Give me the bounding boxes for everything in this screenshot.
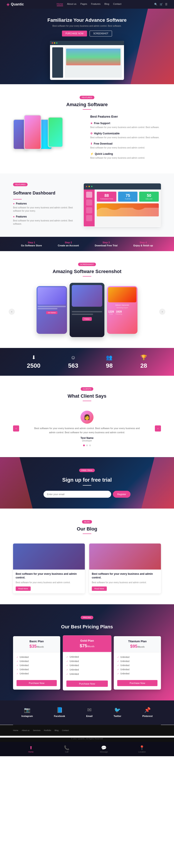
dash-feat-desc-1: Best software for your every business an… [13, 206, 77, 213]
search-icon[interactable]: 🔍 [154, 3, 157, 6]
footer-col-5: 📌 Pinterest [142, 707, 152, 718]
footer-link-services[interactable]: Services [33, 729, 41, 732]
carousel-badge: SCREENSHOT [78, 262, 96, 266]
dash-sidebar [84, 189, 95, 226]
footer-pinterest-icon: 📌 [142, 707, 152, 713]
blog-post-title-1: Best software for your every business an… [16, 572, 82, 580]
pricing-header-gold: Gold Plan $75/Month [63, 635, 111, 652]
cart-icon[interactable]: 🛒 [160, 3, 163, 6]
purchase-button[interactable]: PURCHASE NOW [62, 31, 87, 36]
hero-buttons: PURCHASE NOW SCREENSHOT [62, 31, 112, 36]
footer-link-about[interactable]: About us [22, 729, 30, 732]
pricing-feat-basic-1: ✓Unlimited [17, 656, 57, 658]
pricing-btn-gold[interactable]: Purchase Now [66, 680, 108, 687]
pricing-feat-basic-4: ✓Unlimited [17, 668, 57, 671]
pricing-section: PRICING Our Best Pricing Plans Basic Pla… [0, 604, 174, 701]
footer-nav-home[interactable]: ⬆ Home [28, 745, 33, 753]
logo-text: Quantic [11, 2, 24, 6]
blog-card-2: Best software for your every business an… [89, 544, 161, 593]
footer-col-title-5: Pinterest [142, 715, 152, 717]
feature-desc-2: Best software for your every business an… [90, 136, 161, 139]
stat-num-2: 563 [68, 362, 78, 369]
feature-title-4: ⚡ Quick Loading [90, 152, 161, 155]
carousel-next[interactable]: › [159, 309, 165, 315]
phone-mockups [13, 115, 84, 158]
pricing-badge: PRICING [81, 616, 93, 619]
screenshot-bar [50, 41, 124, 45]
blog-excerpt-1: Best software for your every business an… [16, 581, 82, 584]
navbar: ◈ Quantic Home About us Pages Features B… [0, 0, 174, 9]
nav-link-pages[interactable]: Pages [80, 3, 87, 6]
footer-link-blog[interactable]: Blog [55, 729, 58, 732]
testimonial-text: Best software for your every business an… [33, 426, 141, 434]
blog-btn-2[interactable]: Read More [92, 587, 107, 591]
dash-feature-1: ● Features Best software for your every … [13, 202, 77, 213]
screenshot-button[interactable]: SCREENSHOT [90, 31, 112, 36]
testimonial-prev[interactable]: ‹ [13, 426, 19, 432]
footer-nav-home-label: Home [28, 751, 33, 753]
nav-link-features[interactable]: Features [91, 3, 100, 6]
signup-button[interactable]: Register [113, 491, 130, 498]
step-title-1: Go Software Store [21, 244, 42, 247]
nav-link-blog[interactable]: Blog [104, 3, 109, 6]
signup-email-input[interactable] [44, 491, 111, 498]
stat-item-2: ☺ 563 [68, 354, 78, 369]
footer-top: 📷 Instagram 📘 Facebook ✉ Email 🐦 Twitter… [0, 701, 174, 725]
footer-nav-location[interactable]: 📍 Location [138, 745, 146, 753]
pricing-btn-titanium[interactable]: Purchase Now [117, 680, 157, 686]
phone-2 [24, 115, 41, 150]
check-icon: ✓ [66, 673, 68, 675]
blog-body-1: Best software for your every business an… [13, 569, 85, 593]
step-num-4: Step 4 [133, 241, 153, 244]
blog-card-1: Best software for your every business an… [13, 544, 85, 593]
nav-link-contact[interactable]: Contact [113, 3, 121, 6]
dash-feat-icon-2: ● [13, 215, 15, 218]
dash-chart [97, 204, 159, 216]
footer-nav-message[interactable]: 💬 Message [100, 745, 108, 753]
menu-icon[interactable]: ☰ [165, 3, 168, 6]
blog-excerpt-2: Best software for your every business an… [92, 581, 158, 584]
pricing-feat-gold-4: ✓Unlimited [66, 669, 108, 671]
dash-dot-yellow [89, 186, 90, 187]
dashboard-img: 88 TORAKESTTON 75 FURTA 50 DALLAR [84, 183, 161, 227]
footer-col-title-3: Email [86, 715, 93, 717]
testimonial-badge: CLIENTS [81, 387, 93, 391]
dash-sidebar-icon-4 [86, 215, 92, 221]
stat-val-1: 88 [99, 193, 115, 198]
phone-screen-1: Get Started [36, 286, 67, 315]
check-icon: ✓ [17, 656, 18, 658]
dash-feat-icon-1: ● [13, 202, 15, 205]
footer-col-2: 📘 Facebook [54, 707, 65, 718]
nav-link-home[interactable]: Home [57, 3, 63, 6]
nav-link-about[interactable]: About us [67, 3, 76, 6]
pricing-btn-basic[interactable]: Purchase Now [17, 680, 57, 686]
footer-nav-call[interactable]: 📞 Call [64, 745, 69, 753]
footer-link-portfolio[interactable]: Portfolio [44, 729, 51, 732]
dash-content: 88 TORAKESTTON 75 FURTA 50 DALLAR [84, 189, 161, 226]
nav-logo[interactable]: ◈ Quantic [6, 2, 24, 7]
blog-post-title-2: Best software for your every business an… [92, 572, 158, 580]
step-4: Step 4 Enjoy & finish up [133, 241, 153, 247]
pricing-feat-titanium-3: ✓Unlimited [117, 664, 157, 666]
step-num-3: Step 3 [95, 241, 118, 244]
testimonial-underline [83, 401, 91, 401]
pricing-header-titanium: Titanium Plan $95/Month [114, 636, 161, 652]
blog-img-2 [89, 544, 161, 569]
phone-text-1 [38, 306, 66, 307]
carousel-wrapper: ‹ Get Started Follow [9, 286, 165, 337]
pricing-feat-gold-1: ✓Unlimited [66, 656, 108, 658]
blog-btn-1[interactable]: Read More [16, 587, 31, 591]
testimonial-next[interactable]: › [155, 426, 161, 432]
footer-link-home[interactable]: Home [13, 729, 18, 732]
phone-btn-1[interactable]: Get Started [46, 311, 57, 314]
step-num-1: Step 1 [21, 241, 42, 244]
dash-dot-green [91, 186, 93, 187]
footer-link-contact[interactable]: Contact [62, 729, 69, 732]
feature-item-2: ⚙ Highly Customizable Best software for … [90, 132, 161, 139]
footer-nav: ⬆ Home 📞 Call 💬 Message 📍 Location [0, 742, 174, 756]
carousel-prev[interactable]: ‹ [9, 309, 15, 315]
footer-instagram-icon: 📷 [21, 707, 33, 713]
footer-copyright: © 2017 Quantic. All Rights Reserved [0, 738, 174, 740]
check-icon: ✓ [117, 673, 119, 675]
amazing-section: FEATURES Amazing Software Best Features … [0, 84, 174, 174]
